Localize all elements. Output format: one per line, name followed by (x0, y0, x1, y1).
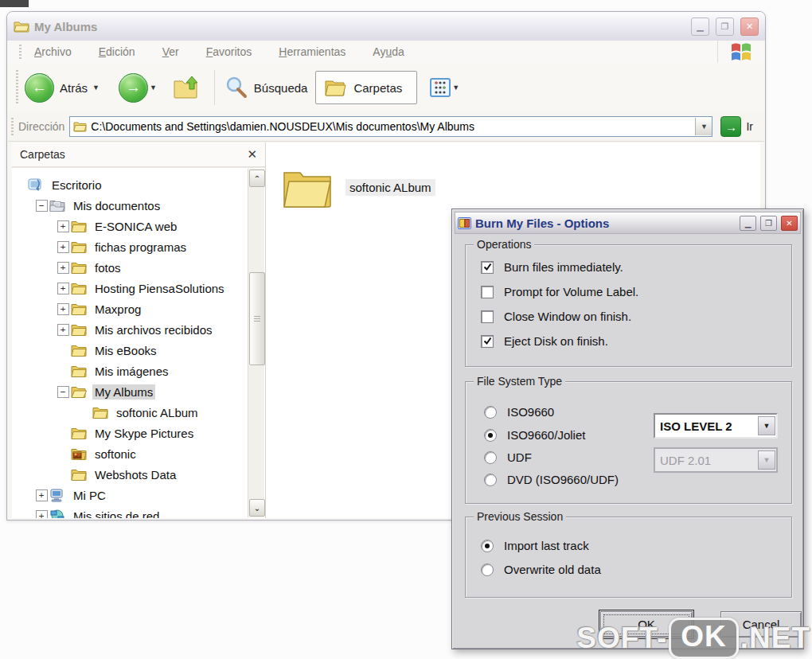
scrollbar-thumb[interactable] (249, 272, 265, 365)
tree-item-label[interactable]: Mis sitios de red (71, 509, 162, 519)
folders-pane: Carpetas ✕ Escritorio−Mis documentos+E-S… (12, 142, 266, 518)
tree-item-mis-archivos-recibidos[interactable]: +Mis archivos recibidos (12, 319, 265, 340)
address-input[interactable]: C:\Documents and Settings\damien.NOUSDEU… (69, 116, 712, 137)
menu-item-ver[interactable]: Ver (162, 45, 179, 58)
checkbox-box (481, 286, 494, 298)
addressbar-grip[interactable] (11, 118, 14, 135)
tree-item-label[interactable]: Mis documentos (71, 198, 162, 213)
tree-item-label[interactable]: softonic (92, 446, 139, 462)
tree-scrollbar[interactable]: ⌃ ⌄ (248, 169, 264, 517)
tree-item-label[interactable]: My Skype Pictures (92, 426, 196, 441)
collapse-minus-icon[interactable]: − (57, 386, 69, 398)
expand-plus-icon[interactable]: + (36, 510, 48, 519)
expand-plus-icon[interactable]: + (57, 303, 69, 315)
folders-pane-close-icon[interactable]: ✕ (247, 147, 257, 162)
views-icon[interactable] (430, 78, 451, 97)
file-item-label[interactable]: softonic ALbum (345, 179, 435, 196)
tree-item-label[interactable]: Mis eBooks (92, 343, 159, 358)
tree-item-maxprog[interactable]: +Maxprog (12, 298, 265, 319)
menubar-grip[interactable] (19, 45, 21, 59)
dialog-maximize-button[interactable]: ❐ (760, 216, 777, 231)
tree-item-label[interactable]: Hosting PiensaSolutions (92, 281, 227, 296)
tree-item-fotos[interactable]: +fotos (12, 257, 265, 278)
expand-plus-icon[interactable]: + (57, 283, 69, 294)
expand-plus-icon[interactable]: + (57, 262, 69, 274)
menu-item-archivo[interactable]: Archivo (34, 45, 72, 58)
tree-item-label[interactable]: softonic ALbum (114, 405, 201, 420)
radio-import-last-track[interactable]: Import last track (481, 539, 589, 552)
tree-item-mis-ebooks[interactable]: Mis eBooks (12, 340, 265, 361)
tree-item-escritorio[interactable]: Escritorio (12, 174, 265, 195)
tree-item-label[interactable]: Webshots Data (92, 467, 178, 482)
search-icon[interactable] (223, 75, 248, 100)
tree-item-my-albums[interactable]: −My Albums (12, 381, 265, 402)
back-dropdown-caret[interactable]: ▼ (92, 84, 100, 92)
scroll-up-icon[interactable]: ⌃ (249, 170, 265, 187)
tree-item-mis-documentos[interactable]: −Mis documentos (12, 195, 265, 216)
menu-item-herramientas[interactable]: Herramientas (279, 45, 345, 58)
checkbox-eject-disk[interactable]: Eject Disk on finish. (481, 334, 608, 348)
expand-plus-icon[interactable]: + (57, 241, 69, 253)
toolbar-separator (214, 70, 215, 105)
tree-item-mis-ima-genes[interactable]: Mis imágenes (12, 361, 265, 381)
expand-plus-icon[interactable]: + (57, 220, 69, 232)
address-dropdown-button[interactable]: ▼ (695, 118, 712, 135)
checkbox-close-window[interactable]: Close Window on finish. (481, 310, 631, 323)
folders-toggle-button[interactable]: Carpetas (315, 71, 417, 104)
iso-level-select[interactable]: ISO LEVEL 2 ▼ (654, 413, 778, 439)
views-dropdown-caret[interactable]: ▼ (452, 84, 459, 92)
radio-overwrite-old-data[interactable]: Overwrite old data (481, 563, 601, 576)
radio-dvd[interactable]: DVD (ISO9660/UDF) (484, 473, 619, 486)
menu-item-edicion[interactable]: Edición (99, 45, 135, 58)
forward-dropdown-caret[interactable]: ▼ (150, 84, 157, 92)
tree-item-label[interactable]: Mi PC (71, 488, 108, 503)
dialog-title-bar[interactable]: Burn My Files - Options ▁ ❐ ✕ (455, 212, 801, 234)
tree-item-mis-sitios-de-red[interactable]: +Mis sitios de red (12, 505, 265, 518)
menu-item-favoritos[interactable]: Favoritos (206, 45, 252, 58)
title-bar[interactable]: My Albums ▁ ❐ ✕ (7, 12, 765, 41)
checkbox-burn-files[interactable]: Burn files immediately. (481, 260, 623, 274)
radio-udf[interactable]: UDF (484, 450, 532, 464)
tree-item-softonic-album[interactable]: softonic ALbum (12, 402, 265, 423)
tree-item-my-skype-pictures[interactable]: My Skype Pictures (12, 423, 265, 443)
collapse-minus-icon[interactable]: − (36, 200, 48, 212)
tree-item-fichas-programas[interactable]: +fichas programas (12, 236, 265, 257)
toolbar-grip[interactable] (16, 70, 18, 105)
tree-item-label[interactable]: fichas programas (92, 240, 189, 255)
tree-item-webshots-data[interactable]: Webshots Data (12, 464, 265, 485)
address-path[interactable]: C:\Documents and Settings\damien.NOUSDEU… (91, 120, 695, 133)
minimize-button[interactable]: ▁ (691, 18, 709, 36)
udf-version-select[interactable]: UDF 2.01 ▼ (654, 447, 778, 473)
tree-item-label[interactable]: E-SONICA web (92, 219, 179, 234)
tree-item-label[interactable]: Mis archivos recibidos (92, 322, 215, 337)
radio-iso9660-joliet[interactable]: ISO9660/Joliet (484, 428, 585, 442)
tree-item-label[interactable]: Escritorio (49, 177, 104, 193)
tree-item-label[interactable]: Maxprog (92, 302, 143, 317)
tree-item-label[interactable]: fotos (92, 260, 123, 275)
maximize-button[interactable]: ❐ (716, 18, 734, 36)
up-folder-icon[interactable] (173, 75, 201, 100)
back-button-label[interactable]: Atrás (60, 81, 88, 95)
search-button-label[interactable]: Búsqueda (254, 81, 308, 95)
expand-plus-icon[interactable]: + (57, 324, 69, 336)
tree-item-hosting-piensasolutions[interactable]: +Hosting PiensaSolutions (12, 278, 265, 298)
tree-item-e-sonica-web[interactable]: +E-SONICA web (12, 216, 265, 236)
back-button-icon[interactable]: ← (25, 73, 54, 103)
expand-plus-icon[interactable]: + (36, 489, 48, 501)
tree-item-softonic[interactable]: softonic (12, 443, 265, 464)
dialog-close-button[interactable]: ✕ (781, 216, 798, 231)
go-button-label[interactable]: Ir (746, 120, 753, 133)
combo-dropdown-icon[interactable]: ▼ (758, 416, 775, 435)
radio-iso9660[interactable]: ISO9660 (484, 405, 554, 419)
checkbox-prompt-volume[interactable]: Prompt for Volume Label. (481, 285, 638, 298)
forward-button-icon[interactable]: → (119, 73, 148, 103)
tree-item-label[interactable]: Mis imágenes (92, 364, 171, 379)
tree-item-mi-pc[interactable]: +Mi PC (12, 485, 265, 505)
tree-item-label[interactable]: My Albums (92, 384, 155, 400)
file-item[interactable]: softonic ALbum (282, 166, 435, 208)
dialog-minimize-button[interactable]: ▁ (740, 216, 756, 231)
go-button-icon[interactable]: → (720, 116, 741, 137)
scroll-down-icon[interactable]: ⌄ (249, 499, 265, 517)
menu-item-ayuda[interactable]: Ayuda (373, 45, 404, 58)
close-button[interactable]: ✕ (740, 18, 759, 36)
